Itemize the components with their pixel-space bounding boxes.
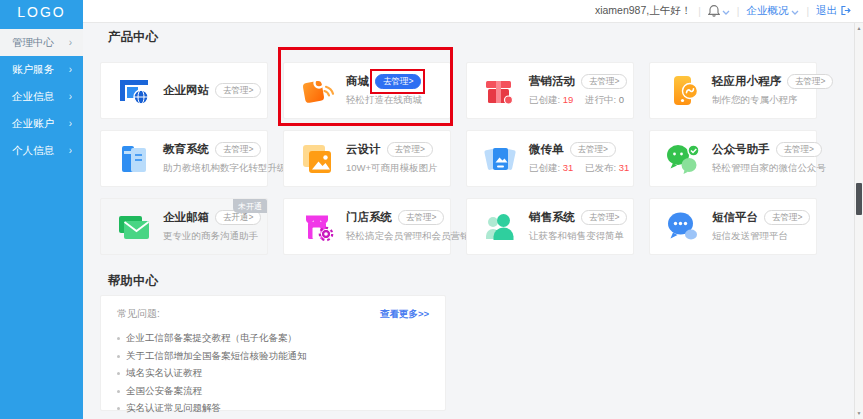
chevron-right-icon: › <box>69 91 72 102</box>
sidebar-item-enterprise-info[interactable]: 企业信息 › <box>0 83 83 110</box>
stat-label: 已发布: <box>585 162 616 173</box>
enterprise-overview-label: 企业概况 <box>746 4 788 18</box>
manage-button[interactable]: 去管理> <box>387 142 433 157</box>
vertical-scrollbar[interactable]: ▲ ▼ <box>854 23 863 419</box>
card-title: 企业邮箱 <box>163 210 209 225</box>
card-title: 商城 <box>346 74 369 89</box>
faq-item[interactable]: 关于工信部增加全国备案短信核验功能通知 <box>117 348 429 366</box>
view-more-link[interactable]: 查看更多>> <box>380 308 429 321</box>
sidebar-item-management-center[interactable]: 管理中心 › <box>0 29 83 56</box>
card-subtitle: 轻松搞定会员管理和会员营销 <box>346 230 450 243</box>
bullet-dot <box>117 407 120 410</box>
card-title: 企业网站 <box>163 83 209 98</box>
manage-button[interactable]: 去管理> <box>787 74 833 89</box>
product-card-store[interactable]: 门店系统 去管理> 轻松搞定会员管理和会员营销 <box>283 198 451 255</box>
mail-icon <box>116 209 152 245</box>
faq-item[interactable]: 域名实名认证教程 <box>117 365 429 383</box>
scroll-up-arrow[interactable]: ▲ <box>855 24 863 33</box>
bullet-dot <box>117 337 120 340</box>
divider: | <box>806 6 809 17</box>
book-icon <box>116 141 152 177</box>
sidebar-item-label: 账户服务 <box>12 63 54 77</box>
image-icon <box>299 141 335 177</box>
help-section-title: 帮助中心 <box>108 273 158 290</box>
sidebar-nav: 管理中心 › 账户服务 › 企业信息 › 企业账户 › 个人信息 › <box>0 23 83 419</box>
stat-value: 0 <box>619 94 624 105</box>
faq-item[interactable]: 全国公安备案流程 <box>117 383 429 401</box>
faq-item[interactable]: 企业工信部备案提交教程（电子化备案） <box>117 330 429 348</box>
not-activated-badge: 未开通 <box>233 199 267 213</box>
sidebar-item-label: 企业信息 <box>12 90 54 104</box>
product-card-mall[interactable]: 商城 去管理> 轻松打造在线商城 <box>283 62 451 119</box>
chevron-down-icon <box>791 5 799 17</box>
store-icon <box>299 209 335 245</box>
bullet-dot <box>117 355 120 358</box>
manage-button[interactable]: 去管理> <box>581 74 627 89</box>
faq-list: 企业工信部备案提交教程（电子化备案） 关于工信部增加全国备案短信核验功能通知 域… <box>117 330 429 418</box>
manage-button[interactable]: 去管理> <box>581 210 627 225</box>
logout-icon <box>840 5 851 18</box>
faq-label: 常见问题: <box>117 307 160 321</box>
sms-icon <box>665 209 701 245</box>
miniprogram-icon <box>665 73 701 109</box>
sidebar-item-enterprise-account[interactable]: 企业账户 › <box>0 110 83 137</box>
manage-button[interactable]: 去管理> <box>570 142 616 157</box>
stat-value: 19 <box>563 94 574 105</box>
scroll-down-arrow[interactable]: ▼ <box>855 409 863 418</box>
sidebar-item-personal-info[interactable]: 个人信息 › <box>0 137 83 164</box>
manage-button[interactable]: 去管理> <box>398 210 444 225</box>
card-subtitle: 助力教培机构数字化转型升级 <box>163 162 267 175</box>
people-icon <box>482 209 518 245</box>
product-card-sms[interactable]: 短信平台 去管理> 短信发送管理平台 <box>649 198 817 255</box>
notification-menu[interactable] <box>708 4 730 19</box>
app-window: LOGO xiamen987,上午好！ | | 企业概况 | 退出 <box>0 0 863 419</box>
faq-item-label: 域名实名认证教程 <box>126 367 202 380</box>
enterprise-overview-link[interactable]: 企业概况 <box>746 4 799 18</box>
card-subtitle: 轻松管理自家的微信公众号 <box>712 162 816 175</box>
product-card-miniprogram[interactable]: 轻应用小程序 去管理> 制作您的专属小程序 <box>649 62 817 119</box>
card-subtitle: 制作您的专属小程序 <box>712 94 816 107</box>
divider: | <box>698 6 701 17</box>
manage-button[interactable]: 去管理> <box>764 210 810 225</box>
card-title: 教育系统 <box>163 142 209 157</box>
logout-button[interactable]: 退出 <box>816 4 851 18</box>
card-stats: 已创建: 19 进行中: 0 <box>529 94 627 107</box>
product-card-education[interactable]: 教育系统 去管理> 助力教培机构数字化转型升级 <box>100 130 268 187</box>
product-card-website[interactable]: 企业网站 去管理> <box>100 62 268 119</box>
gift-icon <box>482 73 518 109</box>
top-header-bar: LOGO xiamen987,上午好！ | | 企业概况 | 退出 <box>0 0 863 23</box>
product-grid: 企业网站 去管理> 商城 去管理> <box>100 62 817 255</box>
product-card-mail[interactable]: 未开通 企业邮箱 去开通> 更专业的商务沟通助手 <box>100 198 268 255</box>
manage-button[interactable]: 去管理> <box>215 83 261 98</box>
scrollbar-thumb[interactable] <box>856 183 862 215</box>
card-title: 营销活动 <box>529 74 575 89</box>
chevron-down-icon <box>722 5 730 17</box>
chevron-right-icon: › <box>69 37 72 48</box>
faq-item-label: 实名认证常见问题解答 <box>126 402 221 415</box>
card-stats: 已创建: 31 已发布: 31 <box>529 162 629 175</box>
faq-item-label: 全国公安备案流程 <box>126 385 202 398</box>
card-subtitle: 轻松打造在线商城 <box>346 94 422 107</box>
product-card-flyer[interactable]: 微传单 去管理> 已创建: 31 已发布: 31 <box>466 130 634 187</box>
chevron-right-icon: › <box>69 64 72 75</box>
manage-button[interactable]: 去管理> <box>776 142 822 157</box>
product-card-sales[interactable]: 销售系统 去管理> 让获客和销售变得简单 <box>466 198 634 255</box>
products-section-title: 产品中心 <box>108 29 158 46</box>
manage-button[interactable]: 去管理> <box>375 74 421 89</box>
bullet-dot <box>117 372 120 375</box>
card-subtitle: 短信发送管理平台 <box>712 230 810 243</box>
product-card-wechat-assistant[interactable]: 公众号助手 去管理> 轻松管理自家的微信公众号 <box>649 130 817 187</box>
stat-value: 31 <box>619 162 630 173</box>
help-card: 常见问题: 查看更多>> 企业工信部备案提交教程（电子化备案） 关于工信部增加全… <box>100 295 446 411</box>
product-card-clouddesign[interactable]: 云设计 去管理> 10W+可商用模板图片 <box>283 130 451 187</box>
sidebar-item-account-services[interactable]: 账户服务 › <box>0 56 83 83</box>
manage-button[interactable]: 去管理> <box>215 142 261 157</box>
faq-item-label: 关于工信部增加全国备案短信核验功能通知 <box>126 350 307 363</box>
header-right-group: xiamen987,上午好！ | | 企业概况 | 退出 <box>595 0 851 22</box>
flyer-icon <box>482 141 518 177</box>
card-title: 微传单 <box>529 142 564 157</box>
faq-item[interactable]: 实名认证常见问题解答 <box>117 400 429 418</box>
mall-icon <box>299 73 335 109</box>
product-card-marketing[interactable]: 营销活动 去管理> 已创建: 19 进行中: 0 <box>466 62 634 119</box>
bullet-dot <box>117 390 120 393</box>
